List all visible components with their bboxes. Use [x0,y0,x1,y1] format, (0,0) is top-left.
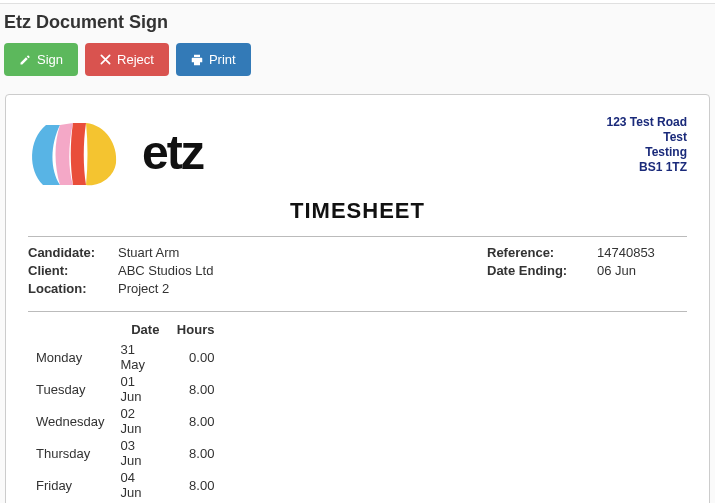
sign-button[interactable]: Sign [4,43,78,76]
divider [28,311,687,312]
day-date: 01 Jun [112,373,167,405]
location-value: Project 2 [118,281,169,296]
day-date: 31 May [112,341,167,373]
reject-button-label: Reject [117,52,154,67]
logo-block: etz [28,115,203,190]
metadata-left: Candidate: Stuart Arm Client: ABC Studio… [28,245,213,299]
location-label: Location: [28,281,118,296]
document-header: etz 123 Test Road Test Testing BS1 1TZ [28,115,687,190]
sign-button-label: Sign [37,52,63,67]
day-date: 02 Jun [112,405,167,437]
reject-button[interactable]: Reject [85,43,169,76]
printer-icon [191,54,203,66]
day-name: Wednesday [28,405,112,437]
day-hours: 8.00 [167,437,222,469]
day-name: Thursday [28,437,112,469]
table-row: Monday31 May0.00 [28,341,222,373]
metadata-row: Candidate: Stuart Arm Client: ABC Studio… [28,245,687,307]
candidate-label: Candidate: [28,245,118,260]
address-line: BS1 1TZ [607,160,687,175]
day-hours: 8.00 [167,373,222,405]
pencil-icon [19,54,31,66]
reference-label: Reference: [487,245,597,260]
document-title: TIMESHEET [28,198,687,224]
document-frame: etz 123 Test Road Test Testing BS1 1TZ T… [5,94,710,503]
day-name: Tuesday [28,373,112,405]
table-row: Friday04 Jun8.00 [28,469,222,501]
logo-mark-icon [28,115,128,190]
hours-header-date: Date [112,320,167,341]
day-date: 04 Jun [112,469,167,501]
day-date: 03 Jun [112,437,167,469]
logo-text: etz [142,125,203,180]
address-line: 123 Test Road [607,115,687,130]
day-hours: 8.00 [167,469,222,501]
page-title: Etz Document Sign [4,12,711,33]
date-ending-label: Date Ending: [487,263,597,278]
address-line: Testing [607,145,687,160]
candidate-value: Stuart Arm [118,245,179,260]
client-label: Client: [28,263,118,278]
hours-header-hours: Hours [167,320,222,341]
day-name: Friday [28,469,112,501]
divider [28,236,687,237]
hours-table: . Date Hours Monday31 May0.00 Tuesday01 … [28,320,222,503]
address-line: Test [607,130,687,145]
table-row: Wednesday02 Jun8.00 [28,405,222,437]
client-value: ABC Studios Ltd [118,263,213,278]
day-hours: 0.00 [167,341,222,373]
close-icon [100,54,111,65]
page-header: Etz Document Sign [0,4,715,43]
company-address: 123 Test Road Test Testing BS1 1TZ [607,115,687,175]
date-ending-value: 06 Jun [597,263,687,278]
day-hours: 8.00 [167,405,222,437]
hours-tbody: Monday31 May0.00 Tuesday01 Jun8.00 Wedne… [28,341,222,503]
reference-value: 14740853 [597,245,687,260]
metadata-right: Reference: 14740853 Date Ending: 06 Jun [487,245,687,299]
table-row: Tuesday01 Jun8.00 [28,373,222,405]
table-row: Thursday03 Jun8.00 [28,437,222,469]
action-button-row: Sign Reject Print [0,43,715,94]
day-name: Monday [28,341,112,373]
print-button-label: Print [209,52,236,67]
print-button[interactable]: Print [176,43,251,76]
